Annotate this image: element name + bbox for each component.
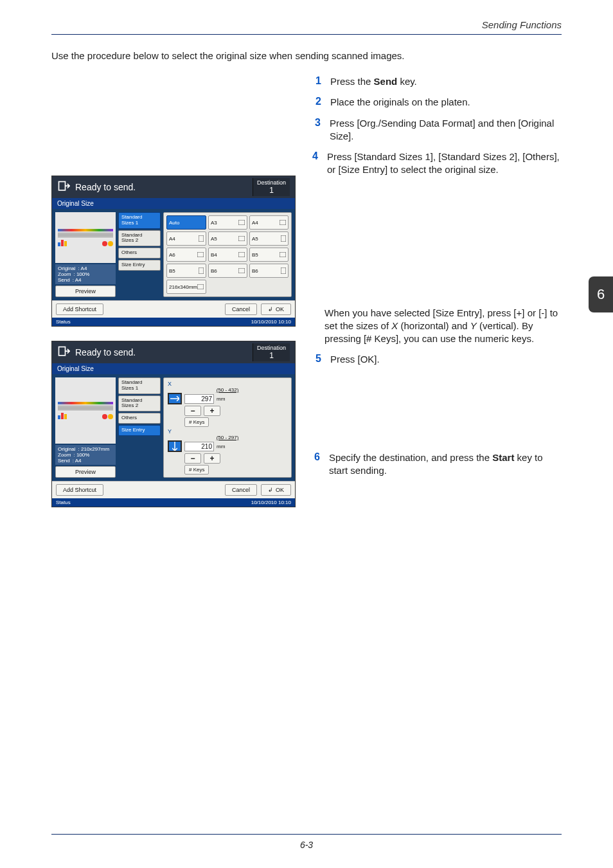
size-a6[interactable]: A6 [166,248,206,262]
tab-others[interactable]: Others [118,248,161,258]
x-minus-button[interactable]: − [184,406,201,416]
size-a5-landscape[interactable]: A5 [208,231,247,246]
destination-counter: Destination 1 [253,343,290,361]
svg-rect-7 [238,252,245,257]
step-number: 3 [312,117,321,143]
x-range: (50 - 432) [168,387,287,393]
page-number: 6-3 [51,834,562,850]
cancel-button[interactable]: Cancel [225,303,257,315]
portrait-icon [199,235,204,242]
y-value[interactable]: 210 [184,442,214,451]
touch-panel-standard-sizes: Ready to send. Destination 1 Original Si… [51,176,296,327]
svg-rect-9 [199,267,204,274]
size-b4[interactable]: B4 [208,248,247,262]
svg-rect-11 [281,267,286,274]
tab-others[interactable]: Others [118,413,161,424]
panel-subheader: Original Size [52,198,295,209]
svg-rect-1 [238,220,245,225]
size-b6-portrait[interactable]: B6 [249,264,289,278]
x-direction-icon [168,393,182,404]
step-number [312,307,315,346]
size-a3[interactable]: A3 [208,215,247,230]
svg-rect-2 [280,220,286,225]
status-timestamp: 10/10/2010 10:10 [251,500,291,505]
preview-thumbnail [55,377,116,444]
svg-rect-6 [197,252,204,257]
enter-icon: ↲ [268,487,273,493]
add-shortcut-button[interactable]: Add Shortcut [56,484,103,496]
destination-label: Destination [257,179,286,186]
destination-count: 1 [269,351,274,360]
y-minus-button[interactable]: − [184,453,201,464]
size-b5-portrait[interactable]: B5 [166,264,206,278]
x-unit: mm [217,396,225,402]
y-label: Y [168,428,287,435]
step-number: 5 [312,353,321,366]
add-shortcut-button[interactable]: Add Shortcut [56,303,103,315]
size-b5-landscape[interactable]: B5 [249,248,289,262]
landscape-icon [197,252,204,257]
tab-size-entry[interactable]: Size Entry [118,260,161,271]
step-number: 6 [312,451,320,478]
preview-button[interactable]: Preview [55,285,116,297]
landscape-icon [280,252,286,257]
step-2-text: Place the originals on the platen. [330,96,470,109]
tab-standard-sizes-2[interactable]: StandardSizes 2 [118,230,161,247]
preview-button[interactable]: Preview [55,466,116,478]
svg-rect-12 [197,284,204,289]
step-5-text: Press [OK]. [330,353,380,366]
svg-rect-5 [281,235,286,242]
landscape-icon [238,268,245,273]
step-1-text: Press the Send key. [330,75,417,88]
landscape-icon [280,220,286,225]
portrait-icon [199,267,204,274]
chapter-tab: 6 [589,276,613,312]
svg-rect-0 [59,182,66,190]
size-grid: Auto A3 A4 A4 A5 A5 A6 B4 B5 B5 B6 B6 21… [163,212,292,297]
tab-standard-sizes-1[interactable]: StandardSizes 1 [118,377,161,394]
y-unit: mm [217,444,225,449]
step-number: 4 [312,150,318,177]
y-numkeys-button[interactable]: # Keys [184,465,209,475]
panel-title: Ready to send. [75,182,136,192]
touch-panel-size-entry: Ready to send. Destination 1 Original Si… [51,341,296,507]
size-a4-portrait[interactable]: A4 [166,231,206,246]
status-label[interactable]: Status [56,319,71,325]
section-header: Sending Functions [51,19,562,35]
svg-rect-8 [280,252,286,257]
intro-text: Use the procedure below to select the or… [51,50,562,61]
panel-title: Ready to send. [75,347,136,357]
landscape-icon [238,252,245,257]
y-plus-button[interactable]: + [204,453,220,464]
preview-info: Original: A4 Zoom: 100% Send: A4 [55,264,116,284]
landscape-icon [238,236,245,241]
status-label[interactable]: Status [56,500,71,505]
step-6-text: Specify the destination, and press the S… [329,451,562,478]
step-4b-text: When you have selected [Size Entry], pre… [324,307,562,346]
step-number: 2 [312,96,321,109]
portrait-icon [281,235,286,242]
cancel-button[interactable]: Cancel [225,484,257,496]
destination-counter: Destination 1 [253,178,290,196]
x-plus-button[interactable]: + [204,406,220,416]
tab-standard-sizes-1[interactable]: StandardSizes 1 [118,212,161,229]
x-label: X [168,381,287,387]
ok-button[interactable]: ↲OK [261,484,291,496]
y-direction-icon [168,440,182,452]
send-icon [57,180,70,194]
size-entry-area: X (50 - 432) 297 mm − + # Keys [163,377,292,478]
preview-thumbnail [55,212,116,263]
landscape-icon [197,284,204,289]
size-216x340[interactable]: 216x340mm [166,280,206,294]
size-auto[interactable]: Auto [166,215,206,230]
step-3-text: Press [Org./Sending Data Format] and the… [330,117,562,143]
tab-standard-sizes-2[interactable]: StandardSizes 2 [118,395,161,412]
size-a4-landscape[interactable]: A4 [249,215,289,230]
size-a5-portrait[interactable]: A5 [249,231,289,246]
svg-rect-4 [238,236,245,241]
x-numkeys-button[interactable]: # Keys [184,417,209,427]
tab-size-entry[interactable]: Size Entry [118,425,161,436]
ok-button[interactable]: ↲OK [261,303,291,315]
size-b6-landscape[interactable]: B6 [208,264,247,278]
x-value[interactable]: 297 [184,394,214,404]
